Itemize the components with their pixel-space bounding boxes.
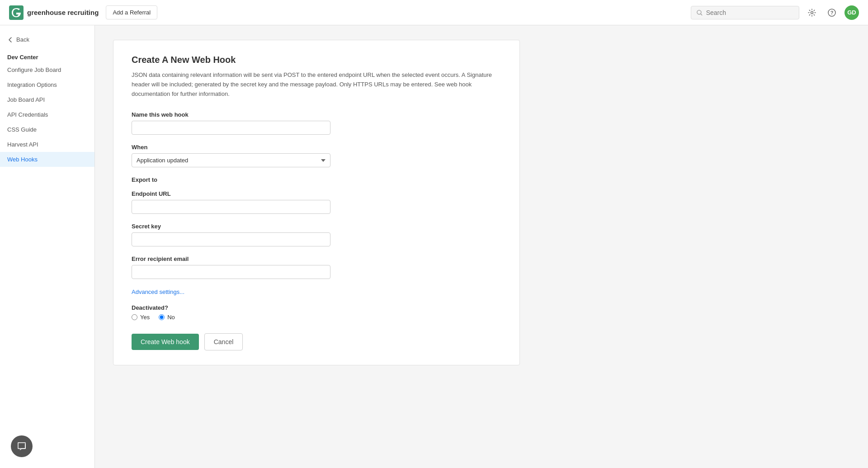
sidebar-item-label: Configure Job Board: [7, 66, 61, 73]
sidebar-item-configure-job-board[interactable]: Configure Job Board: [0, 62, 94, 77]
nav-left: greenhouse recruiting Add a Referral: [9, 5, 157, 20]
yes-label: Yes: [140, 314, 150, 321]
svg-point-3: [811, 11, 813, 14]
secret-key-label: Secret key: [132, 223, 501, 230]
main-content: Create A New Web Hook JSON data containi…: [95, 25, 868, 468]
help-button[interactable]: ?: [825, 5, 839, 20]
name-hook-label: Name this web hook: [132, 111, 501, 118]
sidebar-item-label: Job Board API: [7, 96, 45, 103]
settings-button[interactable]: [805, 5, 819, 20]
back-arrow-icon: [7, 37, 14, 43]
secret-key-input[interactable]: [132, 232, 330, 246]
no-radio-label[interactable]: No: [159, 314, 175, 321]
secret-key-group: Secret key: [132, 223, 501, 246]
svg-line-2: [701, 14, 702, 15]
deactivated-label: Deactivated?: [132, 304, 501, 311]
endpoint-url-input[interactable]: [132, 200, 330, 214]
sidebar-item-harvest-api[interactable]: Harvest API: [0, 137, 94, 152]
greenhouse-logo: [9, 5, 24, 20]
error-email-label: Error recipient email: [132, 255, 501, 262]
user-avatar[interactable]: GD: [844, 5, 859, 20]
page-wrapper: Back Dev Center Configure Job Board Inte…: [0, 25, 868, 468]
yes-radio[interactable]: [132, 314, 137, 320]
export-to-label: Export to: [132, 176, 501, 183]
name-hook-group: Name this web hook: [132, 111, 501, 135]
logo-area: greenhouse recruiting: [9, 5, 99, 20]
sidebar-item-web-hooks[interactable]: Web Hooks: [0, 152, 94, 167]
no-radio[interactable]: [159, 314, 165, 320]
sidebar: Back Dev Center Configure Job Board Inte…: [0, 25, 95, 468]
sidebar-item-label: Web Hooks: [7, 156, 38, 163]
form-title: Create A New Web Hook: [132, 55, 501, 65]
add-referral-button[interactable]: Add a Referral: [106, 5, 157, 19]
deactivated-section: Deactivated? Yes No: [132, 304, 501, 321]
search-input[interactable]: [706, 9, 793, 16]
sidebar-item-label: Harvest API: [7, 141, 38, 148]
radio-group: Yes No: [132, 314, 501, 321]
svg-text:?: ?: [830, 10, 834, 15]
sidebar-item-label: CSS Guide: [7, 126, 37, 133]
sidebar-item-css-guide[interactable]: CSS Guide: [0, 122, 94, 137]
search-bar[interactable]: [691, 6, 799, 19]
endpoint-url-group: Endpoint URL: [132, 190, 501, 214]
create-webhook-button[interactable]: Create Web hook: [132, 334, 199, 350]
back-label: Back: [16, 36, 29, 43]
form-description: JSON data containing relevant informatio…: [132, 71, 501, 99]
sidebar-item-label: Integration Options: [7, 81, 57, 88]
sidebar-item-job-board-api[interactable]: Job Board API: [0, 92, 94, 107]
no-label: No: [167, 314, 175, 321]
sidebar-section-title: Dev Center: [0, 50, 94, 62]
sidebar-item-label: API Credentials: [7, 111, 48, 118]
back-button[interactable]: Back: [0, 33, 94, 47]
help-chat-bubble[interactable]: [11, 435, 33, 457]
yes-radio-label[interactable]: Yes: [132, 314, 150, 321]
when-dropdown[interactable]: Application updated: [132, 153, 330, 167]
app-name: greenhouse recruiting: [27, 9, 99, 16]
search-icon: [697, 9, 703, 16]
name-hook-input[interactable]: [132, 121, 330, 135]
nav-right: ? GD: [691, 5, 859, 20]
error-email-group: Error recipient email: [132, 255, 501, 279]
sidebar-item-api-credentials[interactable]: API Credentials: [0, 107, 94, 122]
cancel-button[interactable]: Cancel: [204, 333, 243, 350]
endpoint-url-label: Endpoint URL: [132, 190, 501, 197]
sidebar-item-integration-options[interactable]: Integration Options: [0, 77, 94, 92]
chat-icon: [17, 441, 27, 451]
form-card: Create A New Web Hook JSON data containi…: [113, 40, 520, 365]
top-navigation: greenhouse recruiting Add a Referral ? G…: [0, 0, 868, 25]
gear-icon: [808, 9, 816, 17]
when-group: When Application updated: [132, 144, 501, 167]
advanced-settings-link[interactable]: Advanced settings...: [132, 288, 184, 295]
button-group: Create Web hook Cancel: [132, 333, 501, 350]
when-label: When: [132, 144, 501, 151]
question-icon: ?: [828, 9, 836, 17]
error-email-input[interactable]: [132, 265, 330, 279]
